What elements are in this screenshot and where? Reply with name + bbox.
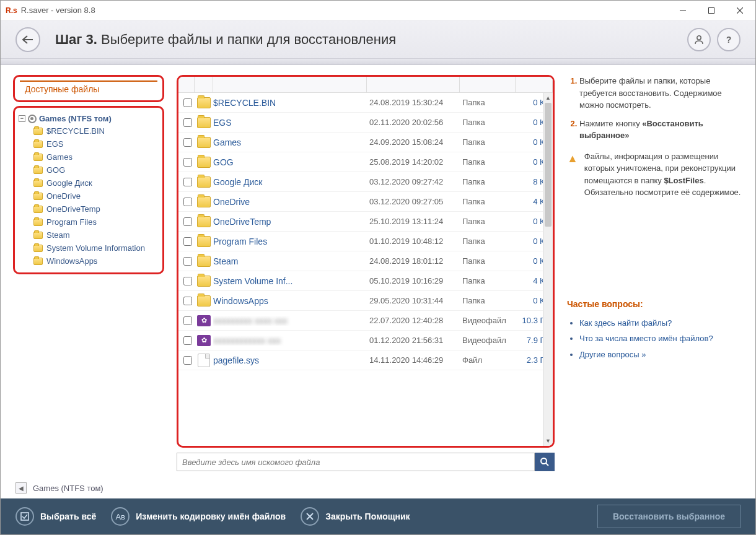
tree-item[interactable]: $RECYCLE.BIN — [19, 124, 159, 137]
tip-step-2: Нажмите кнопку «Восстановить выбранное» — [579, 118, 743, 142]
faq-link[interactable]: Как здесь найти файлы? — [579, 317, 743, 329]
sidebar-tab-available-files[interactable]: Доступные файлы — [20, 80, 157, 97]
table-row[interactable]: Google Диск03.12.2020 09:27:42Папка8 Кб — [178, 172, 553, 192]
folder-icon — [33, 180, 43, 187]
tree-collapse-icon[interactable]: − — [19, 115, 25, 122]
folder-icon — [33, 219, 43, 226]
tree-item[interactable]: Steam — [19, 228, 159, 241]
search-input[interactable] — [177, 453, 535, 471]
row-name: Program Files — [213, 237, 369, 246]
row-checkbox[interactable] — [183, 316, 192, 325]
user-button[interactable] — [687, 28, 711, 51]
breadcrumb: ◀ Games (NTFS том) — [1, 477, 755, 498]
tree-root-label: Games (NTFS том) — [39, 114, 112, 123]
table-row[interactable]: $RECYCLE.BIN24.08.2019 15:30:24Папка0 Кб — [178, 93, 553, 113]
folder-icon — [33, 245, 43, 252]
row-checkbox[interactable] — [183, 217, 192, 226]
breadcrumb-path[interactable]: Games (NTFS том) — [33, 484, 103, 493]
tree-item[interactable]: Google Диск — [19, 176, 159, 189]
folder-icon — [197, 295, 211, 307]
row-date: 03.12.2020 09:27:05 — [369, 197, 462, 206]
row-type: Папка — [462, 177, 518, 186]
window-title: R.saver - version 8.8 — [21, 6, 669, 15]
row-checkbox[interactable] — [183, 356, 192, 365]
tree-item[interactable]: Games — [19, 150, 159, 163]
tree-item[interactable]: GOG — [19, 163, 159, 176]
select-all-button[interactable]: Выбрать всё — [15, 507, 96, 526]
table-row[interactable]: Program Files01.10.2019 10:48:12Папка0 К… — [178, 232, 553, 251]
tree-item[interactable]: OneDriveTemp — [19, 202, 159, 215]
table-header[interactable] — [178, 77, 553, 93]
table-row[interactable]: System Volume Inf...05.10.2019 10:16:29П… — [178, 271, 553, 291]
row-name: xxxxxxxxx xxxx xxx — [213, 316, 369, 326]
row-name: GOG — [213, 157, 369, 167]
tree-item[interactable]: OneDrive — [19, 189, 159, 202]
row-checkbox[interactable] — [183, 297, 192, 305]
table-row[interactable]: ✿xxxxxxxxxxxx xxx01.12.2020 21:56:31Виде… — [178, 331, 553, 350]
table-row[interactable]: EGS02.11.2020 20:02:56Папка0 Кб — [178, 113, 553, 133]
row-checkbox[interactable] — [183, 158, 192, 167]
row-type: Папка — [462, 98, 518, 107]
tree-item[interactable]: WindowsApps — [19, 254, 159, 268]
table-row[interactable]: GOG25.08.2019 14:20:02Папка0 Кб — [178, 152, 553, 172]
svg-point-6 — [541, 458, 547, 464]
row-date: 01.10.2019 10:48:12 — [369, 237, 462, 246]
tree-item[interactable]: System Volume Information — [19, 241, 159, 254]
row-date: 24.08.2019 18:01:12 — [369, 256, 462, 266]
row-type: Папка — [462, 276, 518, 285]
tree-item[interactable]: Program Files — [19, 215, 159, 228]
svg-rect-1 — [709, 7, 714, 13]
tree-root-node[interactable]: − Games (NTFS том) — [19, 113, 159, 124]
breadcrumb-back-button[interactable]: ◀ — [15, 482, 27, 494]
row-checkbox[interactable] — [183, 98, 192, 107]
vertical-scrollbar[interactable]: ▲ ▼ — [543, 93, 553, 446]
folder-icon — [33, 167, 43, 174]
row-name: $RECYCLE.BIN — [213, 98, 369, 108]
row-checkbox[interactable] — [183, 138, 192, 147]
row-checkbox[interactable] — [183, 178, 192, 186]
svg-point-4 — [697, 35, 701, 39]
help-button[interactable]: ? — [717, 28, 741, 51]
row-name: xxxxxxxxxxxx xxx — [213, 336, 369, 346]
row-checkbox[interactable] — [183, 277, 192, 285]
scroll-down-icon[interactable]: ▼ — [543, 436, 553, 446]
table-row[interactable]: OneDriveTemp25.10.2019 13:11:24Папка0 Кб — [178, 212, 553, 232]
sidebar-tab-highlight: Доступные файлы — [13, 75, 164, 102]
minimize-button[interactable] — [669, 1, 697, 20]
row-checkbox[interactable] — [183, 198, 192, 206]
row-checkbox[interactable] — [183, 118, 192, 127]
table-row[interactable]: ✿xxxxxxxxx xxxx xxx22.07.2020 12:40:28Ви… — [178, 311, 553, 331]
folder-icon — [33, 193, 43, 200]
row-checkbox[interactable] — [183, 336, 192, 345]
row-name: Google Диск — [213, 177, 369, 187]
table-row[interactable]: Games24.09.2020 15:08:24Папка0 Кб — [178, 133, 553, 152]
row-checkbox[interactable] — [183, 237, 192, 246]
close-helper-button[interactable]: Закрыть Помощник — [301, 507, 410, 526]
select-all-icon — [15, 507, 34, 526]
row-type: Файл — [462, 355, 518, 365]
change-encoding-button[interactable]: Ав Изменить кодировку имён файлов — [111, 507, 286, 526]
restore-selected-button[interactable]: Восстановить выбранное — [597, 505, 741, 528]
folder-icon — [197, 276, 211, 287]
back-button[interactable] — [15, 27, 40, 52]
close-button[interactable] — [726, 1, 754, 20]
tree-item-label: OneDrive — [46, 191, 81, 201]
table-row[interactable]: WindowsApps29.05.2020 10:31:44Папка0 Кб — [178, 291, 553, 311]
warning-note: ▲ Файлы, информация о размещении которых… — [567, 150, 743, 199]
row-date: 25.10.2019 13:11:24 — [369, 217, 462, 226]
table-row[interactable]: OneDrive03.12.2020 09:27:05Папка4 Кб — [178, 192, 553, 212]
step-header: Шаг 3. Выберите файлы и папки для восста… — [1, 20, 755, 59]
tree-item[interactable]: EGS — [19, 137, 159, 150]
folder-icon — [197, 117, 211, 128]
scroll-up-icon[interactable]: ▲ — [543, 93, 553, 103]
row-type: Папка — [462, 157, 518, 167]
faq-link[interactable]: Что за числа вместо имён файлов? — [579, 333, 743, 345]
folder-icon — [197, 216, 211, 227]
table-row[interactable]: Steam24.08.2019 18:01:12Папка0 Кб — [178, 251, 553, 271]
scrollbar-thumb[interactable] — [545, 103, 552, 227]
maximize-button[interactable] — [697, 1, 726, 20]
row-checkbox[interactable] — [183, 257, 192, 266]
table-row[interactable]: pagefile.sys14.11.2020 14:46:29Файл2.3 Г… — [178, 350, 553, 370]
faq-link[interactable]: Другие вопросы » — [579, 349, 743, 361]
search-button[interactable] — [535, 453, 555, 471]
